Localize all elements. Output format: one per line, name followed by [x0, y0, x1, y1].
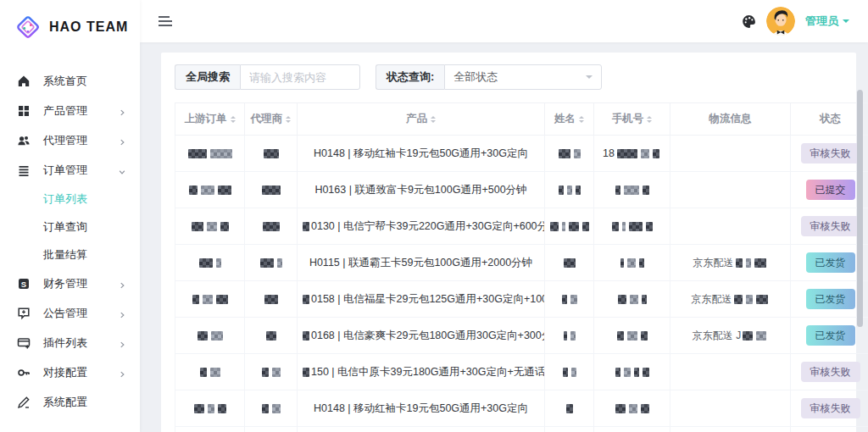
cell-logistics	[670, 354, 791, 390]
chevron-right-icon	[118, 107, 126, 115]
sidebar-item[interactable]: 系统首页	[0, 66, 140, 96]
sidebar-item[interactable]: S财务管理	[0, 269, 140, 298]
scrollbar-thumb[interactable]	[857, 90, 863, 327]
theme-palette-icon[interactable]	[742, 14, 756, 29]
sidebar-item[interactable]: 系统配置	[0, 387, 140, 417]
sort-icon[interactable]	[231, 114, 236, 125]
sidebar-nav: 系统首页产品管理代理管理订单管理订单列表订单查询批量结算S财务管理公告管理插件列…	[0, 53, 140, 417]
cell-upstream-order	[175, 208, 245, 245]
avatar[interactable]	[766, 7, 795, 36]
cell-upstream-order	[175, 136, 245, 172]
cell-phone	[594, 427, 670, 432]
logo: HAO TEAM	[0, 0, 140, 53]
redacted-block	[643, 186, 649, 195]
search-label: 全局搜索	[175, 64, 240, 90]
cell-product: 0168 | 电信豪爽卡29元包180G通用30G定向+300分钟	[298, 318, 545, 354]
sidebar-subitem[interactable]: 订单列表	[0, 185, 140, 213]
status-badge: 已发货	[806, 325, 855, 346]
cell-phone	[594, 354, 670, 390]
sidebar-item-label: 财务管理	[43, 276, 118, 291]
product-text: 0168 | 电信豪爽卡29元包180G通用30G定向+300分钟	[311, 330, 545, 341]
sort-icon[interactable]	[286, 114, 291, 125]
cell-product: H0148 | 移动红袖卡19元包50G通用+30G定向	[298, 390, 545, 427]
redacted-block	[653, 149, 659, 158]
redacted-block	[272, 404, 281, 413]
sort-icon[interactable]	[431, 114, 436, 125]
cell-logistics	[670, 208, 791, 245]
cell-phone: 18	[594, 136, 670, 172]
redacted-block	[563, 368, 568, 377]
redacted-block	[210, 368, 220, 377]
redacted-block	[210, 149, 232, 158]
sidebar-item[interactable]: 产品管理	[0, 96, 140, 125]
cell-agent	[245, 318, 298, 354]
cell-agent	[245, 281, 298, 318]
sidebar-item-label: 插件列表	[43, 335, 118, 351]
cell-name	[545, 427, 594, 432]
sidebar-item[interactable]: 公告管理	[0, 298, 140, 328]
sidebar-subitem[interactable]: 批量结算	[0, 241, 140, 269]
redacted-block	[627, 331, 637, 341]
status-badge: 审核失败	[801, 398, 860, 418]
sidebar-item[interactable]: 代理管理	[0, 125, 140, 155]
redacted-block	[736, 258, 743, 268]
sort-icon[interactable]	[647, 114, 652, 125]
redacted-block	[189, 186, 198, 195]
status-badge: 已提交	[806, 180, 855, 200]
cell-status: 已发货	[791, 427, 868, 432]
cell-upstream-order	[175, 318, 245, 354]
redacted-block	[264, 149, 279, 158]
redacted-block	[263, 222, 280, 231]
chevron-right-icon	[118, 280, 126, 288]
redacted-block	[194, 404, 204, 413]
column-header[interactable]: 姓名	[545, 103, 594, 136]
column-header[interactable]: 手机号	[594, 103, 670, 136]
redacted-block	[192, 295, 199, 304]
cell-status: 审核失败	[791, 390, 868, 427]
redacted-block	[627, 258, 636, 268]
sort-icon[interactable]	[579, 114, 584, 125]
redacted-block	[642, 295, 647, 304]
cell-agent	[245, 354, 298, 390]
status-select[interactable]: 全部状态	[444, 64, 602, 90]
user-menu[interactable]: 管理员	[805, 14, 849, 29]
redacted-block	[559, 149, 570, 158]
cell-phone	[594, 208, 670, 245]
sidebar-item[interactable]: 订单管理	[0, 155, 140, 185]
column-header[interactable]: 产品	[298, 103, 545, 136]
cell-status: 审核失败	[791, 354, 868, 390]
redacted-block	[272, 368, 281, 377]
table-row: H0115 | 联通霸王卡59元包100G通用+2000分钟京东配送已发货	[175, 245, 868, 281]
cell-name	[545, 354, 594, 390]
filter-bar: 全局搜索 状态查询: 全部状态	[175, 64, 843, 90]
cell-agent	[245, 245, 298, 281]
sidebar-subitem[interactable]: 订单查询	[0, 213, 140, 241]
redacted-block	[756, 295, 768, 304]
hamburger-menu-icon[interactable]	[155, 13, 175, 30]
redacted-block	[756, 331, 766, 341]
cell-logistics: 京东配送	[670, 427, 791, 432]
column-header: 物流信息	[670, 103, 791, 136]
global-search-group: 全局搜索	[175, 64, 360, 90]
redacted-block	[629, 404, 637, 413]
status-filter-group: 状态查询: 全部状态	[376, 64, 602, 90]
redacted-block	[192, 222, 203, 231]
status-filter-label: 状态查询:	[376, 64, 444, 90]
column-header-label: 上游订单	[185, 113, 227, 125]
sidebar-item[interactable]: 对接配置	[0, 357, 140, 387]
cell-phone	[594, 318, 670, 354]
column-header[interactable]: 上游订单	[175, 103, 245, 136]
search-input[interactable]	[240, 64, 360, 90]
redacted-block	[564, 331, 567, 341]
table-row: 150 | 电信中原卡39元180G通用+30G定向+无通话功能审核失败	[175, 354, 868, 390]
redacted-block	[566, 404, 573, 413]
redacted-block	[624, 186, 639, 195]
redacted-block	[266, 331, 276, 341]
column-header-label: 状态	[820, 113, 841, 125]
sidebar-item[interactable]: 插件列表	[0, 328, 140, 357]
cell-agent	[245, 390, 298, 427]
redacted-block	[562, 295, 567, 304]
redacted-block	[262, 186, 281, 195]
cell-product: 0130 | 电信宁帮卡39元220G通用+30G定向+600分钟	[298, 208, 545, 245]
column-header[interactable]: 代理商	[245, 103, 298, 136]
